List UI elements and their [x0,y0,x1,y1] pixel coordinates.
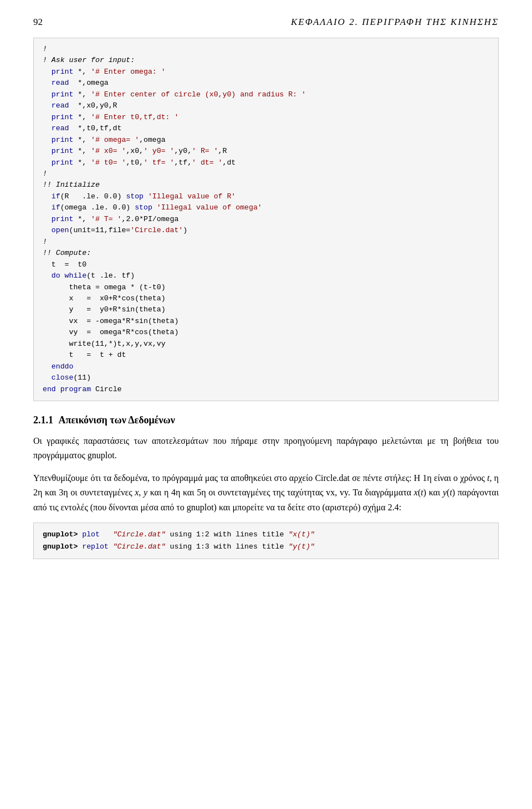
page-header: 92 ΚΕΦΑΛΑΙΟ 2. ΠΕΡΙΓΡΑΦΗ ΤΗΣ ΚΙΝΗΣΗΣ [33,17,499,28]
code-line: x = x0+R*cos(theta) [60,294,166,303]
code-line: t = t + dt [60,351,126,359]
code-line: enddo [52,362,74,371]
section-number: 2.1.1 [33,414,53,426]
code-line: print *, '# Enter t0,tf,dt: ' [52,113,179,121]
code-line: read *,t0,tf,dt [52,124,122,132]
code-line: print *, '# Enter center of circle (x0,y… [52,90,306,99]
gnuplot-line-1: gnuplot> plot "Circle.dat" using 1:2 wit… [43,530,315,539]
code-comment-5: ! [43,238,47,246]
section-title: Απεικόνιση των Δεδομένων [59,414,175,426]
code-line: if(R .le. 0.0) stop 'Illegal value of R' [52,192,236,201]
code-line: write(11,*)t,x,y,vx,vy [60,340,166,348]
code-line: y = y0+R*sin(theta) [60,305,166,314]
code-line: print *, '# omega= ',omega [52,136,166,144]
code-line: theta = omega * (t-t0) [60,283,166,291]
section-heading: 2.1.1 Απεικόνιση των Δεδομένων [33,414,499,426]
code-line: print *, '# x0= ',x0,' y0= ',y0,' R= ',R [52,147,227,155]
code-line: print *, '# T= ',2.0*PI/omega [52,215,179,223]
code-comment-3: ! [43,170,47,178]
code-line: do while(t .le. tf) [52,272,135,280]
code-line: print *, '# t0= ',t0,' tf= ',tf,' dt= ',… [52,158,236,167]
paragraph-2: Υπενθυμίζουμε ότι τα δεδομένα, το πρόγρα… [33,471,499,515]
code-comment-6: !! Compute: [43,249,91,257]
code-line: end program Circle [43,385,121,393]
code-block: ! ! Ask user for input: print *, '# Ente… [33,38,499,401]
gnuplot-line-2: gnuplot> replot "Circle.dat" using 1:3 w… [43,542,315,551]
code-comment-4: !! Initialize [43,181,100,189]
code-line: read *,omega [52,79,109,87]
page: 92 ΚΕΦΑΛΑΙΟ 2. ΠΕΡΙΓΡΑΦΗ ΤΗΣ ΚΙΝΗΣΗΣ ! !… [0,0,532,809]
page-number: 92 [33,17,43,28]
paragraph-1: Οι γραφικές παραστάσεις των αποτελεσμάτω… [33,434,499,463]
code-line: close(11) [52,373,91,382]
code-comment-2: ! Ask user for input: [43,56,135,64]
code-comment-1: ! [43,45,47,53]
code-line: t = t0 [52,260,86,269]
chapter-title: ΚΕΦΑΛΑΙΟ 2. ΠΕΡΙΓΡΑΦΗ ΤΗΣ ΚΙΝΗΣΗΣ [291,17,499,28]
code-line: if(omega .le. 0.0) stop 'Illegal value o… [52,203,262,212]
code-line: open(unit=11,file='Circle.dat') [52,226,187,234]
gnuplot-block: gnuplot> plot "Circle.dat" using 1:2 wit… [33,523,499,559]
code-line: vy = omega*R*cos(theta) [60,328,179,336]
code-line: print *, '# Enter omega: ' [52,68,166,76]
code-line: read *,x0,y0,R [52,101,117,110]
code-line: vx = -omega*R*sin(theta) [60,317,179,325]
